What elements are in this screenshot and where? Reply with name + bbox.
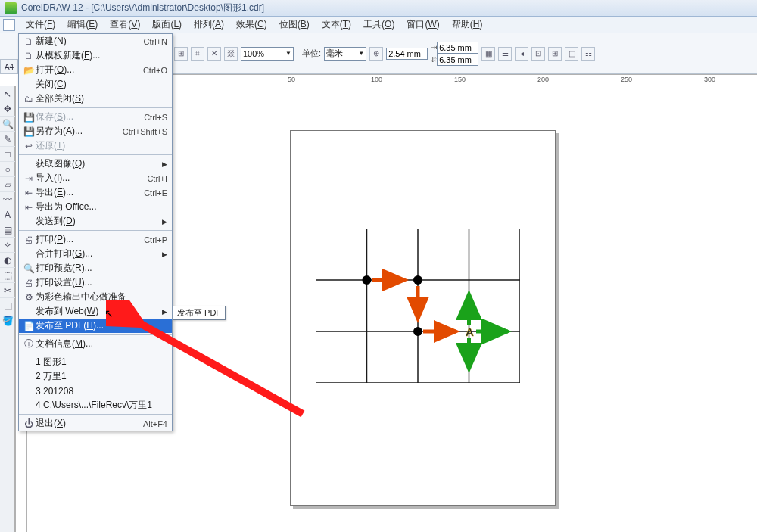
optbtn-1[interactable]: ▦ (481, 47, 495, 61)
zoom-combo[interactable]: 100% ▼ (241, 47, 294, 61)
menu-item-icon: 💾 (22, 126, 36, 137)
menu-item-label: 退出(X) (36, 417, 143, 430)
file-menu-item[interactable]: 关闭(C) (19, 77, 172, 92)
dup-y-input[interactable] (437, 54, 478, 66)
snap-btn-2[interactable]: ⌗ (191, 47, 204, 61)
file-menu-item[interactable]: 💾另存为(A)...Ctrl+Shift+S (19, 124, 172, 138)
file-menu-item[interactable]: ⇤导出为 Office... (19, 200, 172, 214)
snap-btn-1[interactable]: ⊞ (174, 47, 188, 61)
file-menu-item[interactable]: 发送到(D)▶ (19, 214, 172, 229)
menu-B[interactable]: 位图(B) (273, 17, 316, 33)
marker-A: A (466, 325, 474, 338)
submenu-arrow-icon: ▶ (162, 308, 167, 316)
file-menu-item[interactable]: 🗋新建(N)Ctrl+N (19, 34, 172, 48)
menu-W[interactable]: 窗口(W) (400, 17, 445, 33)
tool-7[interactable]: 〰 (0, 192, 15, 207)
file-menu-item[interactable]: 合并打印(G)...▶ (19, 247, 172, 261)
paper-size-combo[interactable]: A4 (0, 59, 18, 74)
file-menu-item[interactable]: 1 图形1 (19, 355, 172, 369)
file-menu-dropdown: 🗋新建(N)Ctrl+N🗋从模板新建(F)...📂打开(O)...Ctrl+O关… (18, 33, 173, 431)
optbtn-6[interactable]: ◫ (565, 47, 578, 61)
nudge-icon: ⊕ (369, 47, 383, 61)
tool-9[interactable]: ▤ (0, 222, 15, 238)
optbtn-7[interactable]: ☷ (581, 47, 595, 61)
file-menu-item[interactable]: 🗋从模板新建(F)... (19, 48, 172, 63)
toolbox: ↖✥🔍✎□○▱〰A▤✧◐⬚✂◫🪣 (0, 86, 15, 532)
menu-A[interactable]: 排列(A) (188, 17, 230, 33)
grid-svg: A (316, 229, 520, 383)
tool-11[interactable]: ◐ (0, 253, 15, 268)
menu-O[interactable]: 工具(O) (357, 17, 400, 33)
tool-2[interactable]: 🔍 (0, 117, 15, 132)
snap-btn-3[interactable]: ✕ (207, 47, 221, 61)
menu-shortcut: Ctrl+I (147, 174, 167, 183)
app-logo-icon (5, 2, 17, 14)
menu-item-icon: ⇤ (22, 188, 36, 198)
menu-shortcut: Alt+F4 (143, 419, 167, 428)
tool-5[interactable]: ○ (0, 162, 15, 177)
file-menu-item[interactable]: 🖨打印(P)...Ctrl+P (19, 232, 172, 247)
menu-item-label: 保存(S)... (36, 110, 144, 123)
menu-item-label: 3 201208 (36, 386, 167, 397)
menu-H[interactable]: 帮助(H) (446, 17, 489, 33)
file-menu-item[interactable]: 获取图像(Q)▶ (19, 157, 172, 171)
file-menu-item[interactable]: 3 201208 (19, 384, 172, 398)
menu-F[interactable]: 文件(F) (20, 17, 61, 33)
page: A (290, 130, 556, 506)
dup-x-input[interactable] (437, 42, 478, 54)
file-menu-item[interactable]: 🖨打印设置(U)... (19, 275, 172, 290)
menu-C[interactable]: 效果(C) (230, 17, 273, 33)
file-menu-item[interactable]: 📂打开(O)...Ctrl+O (19, 63, 172, 77)
tool-15[interactable]: 🪣 (0, 313, 15, 328)
file-menu-item[interactable]: 4 C:\Users\...\FileRecv\万里1 (19, 398, 172, 412)
file-menu-item[interactable]: ⚙为彩色输出中心做准备 (19, 290, 172, 304)
menu-V[interactable]: 查看(V) (104, 17, 146, 33)
titlebar: CorelDRAW 12 - [C:\Users\Administrator\D… (0, 0, 757, 17)
tool-13[interactable]: ✂ (0, 283, 15, 298)
tool-3[interactable]: ✎ (0, 132, 15, 147)
file-menu-item[interactable]: 🗂全部关闭(S) (19, 92, 172, 106)
tool-12[interactable]: ⬚ (0, 268, 15, 283)
tool-1[interactable]: ✥ (0, 101, 15, 117)
units-label: 单位: (302, 48, 321, 59)
optbtn-5[interactable]: ⊞ (548, 47, 562, 61)
ruler-tick-label: 200 (537, 76, 549, 83)
chevron-down-icon: ▼ (358, 50, 364, 57)
menu-item-label: 文档信息(M)... (36, 338, 167, 350)
menu-item-label: 为彩色输出中心做准备 (36, 291, 167, 303)
file-menu-item[interactable]: 2 万里1 (19, 369, 172, 384)
tool-0[interactable]: ↖ (0, 86, 15, 101)
chevron-down-icon: ▼ (285, 50, 291, 57)
svg-point-8 (413, 327, 422, 336)
menu-L[interactable]: 版面(L) (146, 17, 188, 33)
window-title: CorelDRAW 12 - [C:\Users\Administrator\D… (21, 2, 264, 14)
menu-T[interactable]: 文本(T) (316, 17, 357, 33)
menu-tooltip: 发布至 PDF (173, 306, 226, 320)
redo-icon[interactable]: 燚 (224, 47, 238, 61)
file-menu-item[interactable]: ⇥导入(I)...Ctrl+I (19, 171, 172, 185)
file-menu-item[interactable]: ⇤导出(E)...Ctrl+E (19, 185, 172, 200)
tool-14[interactable]: ◫ (0, 298, 15, 313)
file-menu-item[interactable]: ⓘ文档信息(M)... (19, 337, 172, 351)
optbtn-2[interactable]: ☰ (498, 47, 512, 61)
optbtn-4[interactable]: ⊡ (531, 47, 545, 61)
file-menu-item[interactable]: 📄发布至 PDF(H)... (19, 319, 172, 333)
document-window-icon[interactable] (3, 19, 15, 31)
optbtn-3[interactable]: ◂ (515, 47, 528, 61)
menu-E[interactable]: 编辑(E) (61, 17, 104, 33)
tool-4[interactable]: □ (0, 147, 15, 162)
file-menu-item[interactable]: 🔍打印预览(R)... (19, 261, 172, 275)
svg-point-6 (363, 275, 372, 285)
file-menu-item[interactable]: 发布到 Web(W)▶ (19, 304, 172, 319)
tool-8[interactable]: A (0, 207, 15, 222)
tool-6[interactable]: ▱ (0, 177, 15, 192)
menu-item-label: 合并打印(G)... (36, 247, 162, 260)
nudge-input[interactable] (386, 48, 428, 60)
file-menu-item[interactable]: ⏻退出(X)Alt+F4 (19, 416, 172, 431)
file-menu-item: ↩还原(T) (19, 138, 172, 153)
units-combo[interactable]: 毫米 ▼ (324, 47, 366, 61)
menu-item-icon: 💾 (22, 112, 36, 123)
menu-item-icon: ⓘ (22, 338, 36, 350)
tool-10[interactable]: ✧ (0, 238, 15, 253)
menu-item-label: 打开(O)... (36, 64, 143, 76)
